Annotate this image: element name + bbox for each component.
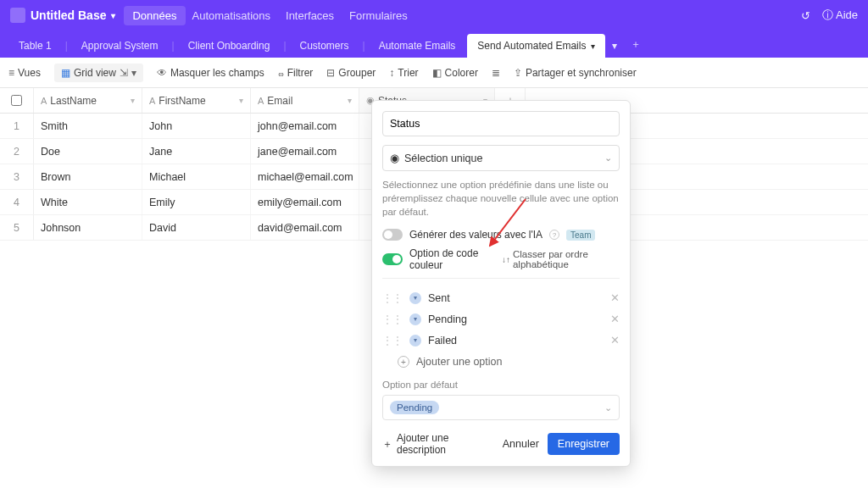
cell-email[interactable]: john@email.com	[251, 114, 359, 138]
sort-button[interactable]: ↕Trier	[389, 67, 418, 79]
views-menu[interactable]: ≡Vues	[8, 67, 41, 79]
tab-onboarding[interactable]: Client Onboarding	[178, 34, 281, 58]
tabs-bar: Table 1 | Approval System | Client Onboa…	[0, 30, 868, 58]
remove-option-button[interactable]: ✕	[610, 291, 620, 304]
chevron-down-icon: ▾	[591, 42, 595, 51]
tab-chevron[interactable]: ▾	[607, 34, 622, 58]
tab-send-automated-emails[interactable]: Send Automated Emails▾	[467, 34, 605, 58]
nav-interfaces[interactable]: Interfaces	[286, 9, 334, 22]
ai-values-toggle[interactable]	[382, 229, 403, 241]
drag-handle-icon[interactable]: ⋮⋮	[382, 292, 403, 304]
view-toolbar: ≡Vues ▦Grid view⇲▾ 👁Masquer les champs ⏛…	[0, 58, 868, 88]
tab-approval[interactable]: Approval System	[71, 34, 169, 58]
info-icon[interactable]: ?	[549, 230, 559, 240]
option-pending: ⋮⋮ ▾ Pending ✕	[382, 308, 620, 330]
app-header: Untitled Base ▾ Données Automatisations …	[0, 0, 868, 30]
cell-lastname[interactable]: White	[34, 190, 142, 214]
cell-firstname[interactable]: David	[142, 215, 251, 240]
add-option-button[interactable]: + Ajouter une option	[382, 351, 620, 368]
default-option-select[interactable]: Pending ⌄	[382, 395, 620, 420]
cell-email[interactable]: michael@email.com	[251, 164, 359, 189]
share-sync-button[interactable]: ⇪Partager et synchroniser	[514, 67, 637, 79]
column-firstname[interactable]: AFirstName▾	[142, 88, 251, 113]
chevron-down-icon[interactable]: ▾	[111, 11, 115, 20]
filter-button[interactable]: ⏛Filtrer	[278, 67, 314, 79]
nav-data[interactable]: Données	[124, 6, 185, 25]
option-color-swatch[interactable]: ▾	[409, 292, 421, 304]
drag-handle-icon[interactable]: ⋮⋮	[382, 313, 403, 325]
option-failed: ⋮⋮ ▾ Failed ✕	[382, 330, 620, 351]
cell-lastname[interactable]: Brown	[34, 164, 142, 189]
column-email[interactable]: AEmail▾	[251, 88, 359, 113]
cell-lastname[interactable]: Johnson	[34, 215, 142, 240]
tab-table1[interactable]: Table 1	[8, 34, 62, 58]
team-badge: Team	[566, 230, 595, 241]
column-lastname[interactable]: ALastName▾	[34, 88, 142, 113]
cell-firstname[interactable]: Emily	[142, 190, 251, 214]
cell-email[interactable]: jane@email.com	[251, 139, 359, 164]
cell-lastname[interactable]: Smith	[34, 114, 142, 138]
row-number: 4	[0, 190, 34, 214]
default-option-label: Option par défaut	[382, 380, 620, 390]
add-table-button[interactable]: ＋	[624, 31, 648, 58]
grid-view-selector[interactable]: ▦Grid view⇲▾	[54, 64, 143, 82]
field-type-description: Sélectionnez une option prédéfinie dans …	[382, 178, 620, 219]
option-color-swatch[interactable]: ▾	[409, 335, 421, 347]
remove-option-button[interactable]: ✕	[610, 313, 620, 325]
row-number: 1	[0, 114, 34, 138]
chevron-down-icon: ⌄	[604, 402, 612, 413]
base-icon	[10, 8, 25, 23]
help-button[interactable]: ⓘ Aide	[822, 8, 858, 23]
cell-firstname[interactable]: Jane	[142, 139, 251, 164]
field-config-panel: ◉ Sélection unique ⌄ Sélectionnez une op…	[371, 100, 631, 467]
drag-handle-icon[interactable]: ⋮⋮	[382, 335, 403, 347]
remove-option-button[interactable]: ✕	[610, 334, 620, 347]
nav-forms[interactable]: Formulaires	[349, 9, 408, 22]
field-name-input[interactable]	[382, 111, 620, 136]
cell-firstname[interactable]: John	[142, 114, 251, 138]
option-color-swatch[interactable]: ▾	[409, 313, 421, 325]
cell-firstname[interactable]: Michael	[142, 164, 251, 189]
header-nav: Données Automatisations Interfaces Formu…	[132, 9, 407, 22]
sort-alpha-button[interactable]: ↓↑Classer par ordre alphabétique	[502, 249, 620, 269]
row-height-button[interactable]: ≣	[492, 67, 500, 79]
row-number: 2	[0, 139, 34, 164]
cell-lastname[interactable]: Doe	[34, 139, 142, 164]
select-all-checkbox[interactable]	[0, 88, 34, 113]
base-name: Untitled Base	[31, 8, 106, 22]
group-button[interactable]: ⊟Grouper	[326, 67, 376, 79]
cell-email[interactable]: emily@email.com	[251, 190, 359, 214]
hide-fields-button[interactable]: 👁Masquer les champs	[157, 67, 264, 79]
color-code-toggle[interactable]	[382, 253, 403, 265]
cell-email[interactable]: david@email.com	[251, 215, 359, 240]
single-select-icon: ◉	[390, 152, 399, 164]
field-type-select[interactable]: ◉ Sélection unique ⌄	[382, 145, 620, 171]
history-icon[interactable]: ↺	[801, 9, 810, 22]
save-button[interactable]: Enregistrer	[548, 433, 620, 455]
option-sent: ⋮⋮ ▾ Sent ✕	[382, 287, 620, 308]
cancel-button[interactable]: Annuler	[503, 438, 539, 450]
add-description-button[interactable]: ＋Ajouter une description	[382, 432, 494, 456]
base-title[interactable]: Untitled Base ▾	[10, 8, 115, 23]
plus-icon: +	[398, 356, 409, 368]
row-number: 5	[0, 215, 34, 240]
row-number: 3	[0, 164, 34, 189]
nav-automations[interactable]: Automatisations	[192, 9, 271, 22]
tab-customers[interactable]: Customers	[290, 34, 359, 58]
chevron-down-icon: ⌄	[604, 152, 612, 164]
color-button[interactable]: ◧Colorer	[432, 67, 478, 79]
tab-automate-emails[interactable]: Automate Emails	[369, 34, 466, 58]
